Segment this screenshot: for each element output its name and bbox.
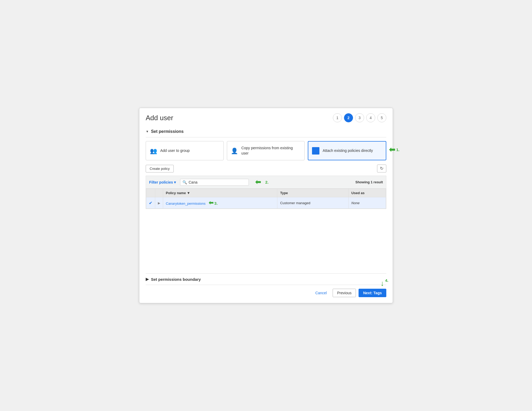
filter-table-container: Filter policies ▾ 🔍 ⬅ 2. Showing 1 resul… [146, 176, 386, 209]
annotation-arrow-3: ⬅ [209, 199, 213, 206]
step-1[interactable]: 1 [333, 113, 342, 122]
row-checkbox[interactable]: ✔ [146, 197, 155, 209]
attach-policies-label: Attach existing policies directly [323, 148, 373, 153]
window-body: ▼ Set permissions Add user to group Copy… [139, 125, 393, 303]
refresh-icon: ↻ [380, 166, 383, 171]
table-wrapper: Policy name ▼ Type Used as [146, 188, 386, 209]
spacer [146, 209, 386, 273]
annotation-label-4: 4. [385, 278, 388, 283]
boundary-expand-arrow: ▶ [146, 277, 149, 282]
search-icon: 🔍 [182, 180, 187, 184]
next-button[interactable]: Next: Tags [359, 289, 386, 297]
row-used-as: None [348, 197, 386, 209]
page-title: Add user [146, 114, 173, 122]
col-used-as: Used as [348, 189, 386, 197]
table-row: ✔ ▶ Canarytoken_permissions ⬅ 3. [146, 197, 386, 209]
create-policy-button[interactable]: Create policy [146, 165, 174, 172]
doc-icon: ≡ [312, 147, 319, 155]
annotation-1: ⬅ 1. [389, 145, 400, 154]
expand-arrow-icon: ▶ [158, 201, 160, 205]
annotation-arrow-4: ↓ [380, 279, 384, 288]
user-icon [231, 147, 238, 155]
next-button-container: ↓ 4. Next: Tags [359, 289, 386, 297]
policy-name-link[interactable]: Canarytoken_permissions [166, 202, 205, 205]
annotation-label-1: 1. [396, 147, 400, 152]
permissions-boundary-section: ▶ Set permissions boundary [146, 273, 386, 285]
filter-chevron: ▾ [174, 180, 176, 184]
boundary-label: Set permissions boundary [151, 277, 201, 282]
col-checkbox [146, 189, 155, 197]
permissions-boundary-header[interactable]: ▶ Set permissions boundary [146, 273, 386, 285]
filter-policies-button[interactable]: Filter policies ▾ [149, 180, 176, 184]
step-2[interactable]: 2 [344, 113, 353, 122]
step-4[interactable]: 4 [366, 113, 375, 122]
col-policy-name: Policy name ▼ [163, 189, 277, 197]
filter-bar: Filter policies ▾ 🔍 ⬅ 2. Showing 1 resul… [146, 176, 386, 188]
group-icon [150, 147, 157, 155]
col-type: Type [277, 189, 348, 197]
refresh-button[interactable]: ↻ [377, 165, 386, 172]
window-header: Add user 1 2 3 4 5 [139, 108, 393, 125]
permission-options: Add user to group Copy permissions from … [146, 141, 386, 160]
row-policy-name: Canarytoken_permissions ⬅ 3. [163, 197, 277, 209]
set-permissions-header: ▼ Set permissions [146, 129, 386, 134]
filter-label: Filter policies [149, 180, 173, 184]
copy-permissions-label: Copy permissions from existing user [241, 146, 301, 156]
policy-table: Policy name ▼ Type Used as [146, 189, 386, 209]
footer-actions: Cancel Previous ↓ 4. Next: Tags [146, 285, 386, 299]
cancel-button[interactable]: Cancel [312, 289, 330, 297]
add-user-to-group-card[interactable]: Add user to group [146, 141, 224, 160]
collapse-arrow[interactable]: ▼ [146, 130, 149, 133]
step-3[interactable]: 3 [355, 113, 364, 122]
step-5[interactable]: 5 [377, 113, 386, 122]
section-divider [146, 137, 386, 137]
col-expand [155, 189, 163, 197]
annotation-arrow-2: ⬅ [255, 178, 261, 186]
annotation-label-2: 2. [265, 180, 269, 184]
showing-results: Showing 1 result [355, 180, 383, 184]
row-expand[interactable]: ▶ [155, 197, 163, 209]
row-type: Customer managed [277, 197, 348, 209]
search-input[interactable] [189, 180, 246, 184]
annotation-label-3: 3. [214, 201, 218, 205]
copy-permissions-card[interactable]: Copy permissions from existing user [227, 141, 305, 160]
add-group-label: Add user to group [160, 148, 190, 153]
attach-policies-card[interactable]: ≡ Attach existing policies directly [308, 141, 386, 160]
checkmark-icon: ✔ [149, 201, 152, 205]
main-window: Add user 1 2 3 4 5 ▼ Set permissions Add… [139, 108, 393, 303]
annotation-arrow-1: ⬅ [389, 145, 395, 154]
filter-left: Filter policies ▾ 🔍 ⬅ 2. [149, 178, 269, 186]
step-indicators: 1 2 3 4 5 [333, 113, 386, 122]
table-header-row: Policy name ▼ Type Used as [146, 189, 386, 197]
previous-button[interactable]: Previous [333, 289, 356, 297]
toolbar-row: Create policy ↻ [146, 165, 386, 172]
search-box: 🔍 [180, 179, 249, 186]
set-permissions-label: Set permissions [151, 129, 184, 134]
